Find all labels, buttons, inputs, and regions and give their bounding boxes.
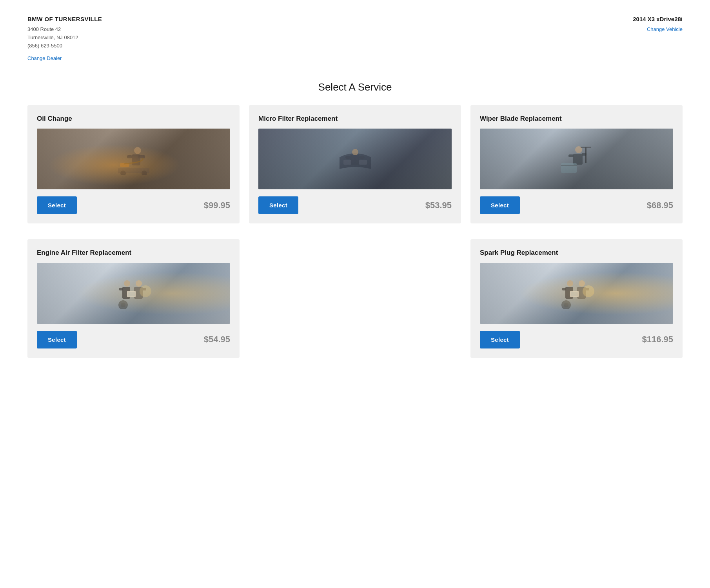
svg-rect-25 — [119, 288, 123, 290]
service-footer-engine-air-filter: Select$54.95 — [37, 331, 230, 348]
service-image-micro-filter — [258, 129, 452, 189]
svg-rect-29 — [127, 291, 136, 297]
vehicle-name: 2014 X3 xDrive28i — [633, 16, 683, 22]
svg-point-34 — [567, 280, 573, 287]
svg-rect-2 — [127, 155, 132, 158]
svg-rect-5 — [120, 163, 129, 167]
dealer-address1: 3400 Route 42 — [27, 25, 102, 34]
svg-point-43 — [564, 303, 568, 307]
service-price-spark-plug: $116.95 — [642, 334, 673, 345]
select-button-oil-change[interactable]: Select — [37, 196, 77, 214]
page-title: Select A Service — [0, 81, 710, 93]
svg-point-31 — [118, 300, 128, 309]
service-price-micro-filter: $53.95 — [425, 200, 452, 211]
svg-rect-21 — [561, 163, 577, 173]
service-image-spark-plug — [480, 263, 673, 324]
svg-rect-40 — [570, 291, 579, 297]
service-price-wiper-blade: $68.95 — [647, 200, 673, 211]
service-card-spark-plug: Spark Plug Replacement Select$116.95 — [470, 239, 683, 358]
dealer-address2: Turnersville, NJ 08012 — [27, 34, 102, 42]
svg-point-42 — [561, 300, 571, 309]
svg-rect-27 — [134, 287, 143, 299]
services-grid-row1: Oil Change Select$99.95Micro Filter Repl… — [0, 105, 710, 239]
select-button-spark-plug[interactable]: Select — [480, 331, 520, 348]
svg-point-15 — [575, 146, 582, 153]
service-price-oil-change: $99.95 — [204, 200, 230, 211]
svg-rect-12 — [360, 156, 365, 159]
service-footer-spark-plug: Select$116.95 — [480, 331, 673, 348]
select-button-engine-air-filter[interactable]: Select — [37, 331, 77, 348]
dealer-name: BMW OF TURNERSVILLE — [27, 16, 102, 22]
svg-rect-11 — [345, 156, 350, 159]
svg-point-33 — [140, 285, 151, 297]
svg-rect-35 — [565, 287, 573, 299]
svg-point-37 — [579, 280, 585, 287]
svg-rect-30 — [128, 292, 135, 296]
service-title-micro-filter: Micro Filter Replacement — [258, 114, 452, 123]
svg-point-8 — [142, 171, 147, 175]
service-footer-oil-change: Select$99.95 — [37, 196, 230, 214]
service-card-engine-air-filter: Engine Air Filter Replacement Select$54.… — [27, 239, 240, 358]
svg-point-23 — [124, 280, 130, 287]
svg-rect-28 — [143, 288, 146, 290]
svg-rect-13 — [343, 160, 351, 165]
service-card-oil-change: Oil Change Select$99.95 — [27, 105, 240, 223]
service-image-engine-air-filter — [37, 263, 230, 324]
svg-rect-36 — [562, 288, 566, 290]
dealer-phone: (856) 629-5500 — [27, 42, 102, 50]
svg-point-0 — [134, 147, 141, 154]
service-footer-wiper-blade: Select$68.95 — [480, 196, 673, 214]
svg-rect-3 — [138, 155, 145, 158]
service-card-empty — [249, 239, 461, 358]
change-vehicle-link[interactable]: Change Vehicle — [647, 26, 683, 32]
svg-rect-24 — [122, 287, 130, 299]
svg-point-7 — [120, 171, 126, 175]
service-price-engine-air-filter: $54.95 — [204, 334, 230, 345]
svg-rect-18 — [568, 154, 574, 157]
svg-rect-10 — [350, 155, 360, 165]
svg-rect-17 — [582, 153, 587, 156]
service-title-engine-air-filter: Engine Air Filter Replacement — [37, 249, 230, 257]
svg-rect-39 — [586, 288, 589, 290]
service-image-oil-change — [37, 129, 230, 189]
vehicle-info: 2014 X3 xDrive28i Change Vehicle — [633, 16, 683, 62]
svg-rect-14 — [359, 160, 367, 165]
svg-rect-6 — [118, 168, 149, 173]
service-image-wiper-blade — [480, 129, 673, 189]
svg-rect-1 — [132, 154, 140, 165]
service-card-wiper-blade: Wiper Blade Replacement Select$68.95 — [470, 105, 683, 223]
select-button-micro-filter[interactable]: Select — [258, 196, 298, 214]
svg-rect-38 — [577, 287, 586, 299]
service-footer-micro-filter: Select$53.95 — [258, 196, 452, 214]
svg-rect-16 — [573, 154, 583, 165]
svg-point-44 — [583, 285, 594, 297]
svg-point-26 — [136, 280, 142, 287]
service-card-micro-filter: Micro Filter Replacement Select$53.95 — [249, 105, 461, 223]
dealer-info: BMW OF TURNERSVILLE 3400 Route 42 Turner… — [27, 16, 102, 62]
svg-point-4 — [120, 163, 129, 167]
svg-point-32 — [121, 303, 125, 307]
svg-point-9 — [352, 149, 358, 155]
change-dealer-link[interactable]: Change Dealer — [27, 55, 62, 61]
service-title-oil-change: Oil Change — [37, 114, 230, 123]
svg-rect-41 — [571, 292, 578, 296]
services-grid-row2: Engine Air Filter Replacement Select$54.… — [0, 239, 710, 381]
svg-rect-22 — [561, 165, 577, 166]
select-button-wiper-blade[interactable]: Select — [480, 196, 520, 214]
service-title-wiper-blade: Wiper Blade Replacement — [480, 114, 673, 123]
service-title-spark-plug: Spark Plug Replacement — [480, 249, 673, 257]
header: BMW OF TURNERSVILLE 3400 Route 42 Turner… — [0, 0, 710, 69]
